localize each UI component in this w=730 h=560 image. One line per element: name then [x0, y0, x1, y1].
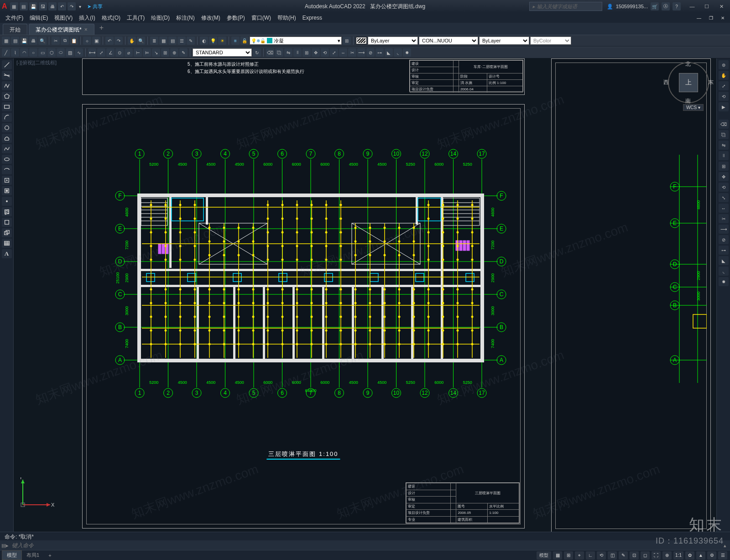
doc-restore-button[interactable]: ❐	[705, 14, 716, 22]
lt-insert-icon[interactable]	[2, 176, 12, 185]
tab-start[interactable]: 开始	[3, 24, 27, 35]
sb-grid-icon[interactable]: ▦	[553, 551, 562, 560]
maximize-button[interactable]: ☐	[700, 2, 714, 11]
dim-edit-icon[interactable]: ✎	[179, 48, 188, 57]
menu-tools[interactable]: 工具(T)	[124, 13, 147, 23]
tb-paste-icon[interactable]: 📋	[70, 37, 78, 45]
rm-rotate-icon[interactable]: ⟲	[719, 183, 729, 192]
dim-center-icon[interactable]: ⊕	[170, 48, 178, 57]
lt-line-icon[interactable]	[2, 60, 12, 69]
sb-osnap-icon[interactable]: ◫	[608, 551, 617, 560]
m-copy-icon[interactable]: ⿻	[275, 48, 283, 57]
lt-point-icon[interactable]	[2, 197, 12, 206]
lt-polygon-icon[interactable]	[2, 92, 12, 101]
dim-angular-icon[interactable]: ∠	[106, 48, 115, 57]
nav-wheel-icon[interactable]: ⊚	[719, 60, 729, 69]
viewcube-north[interactable]: 北	[685, 60, 691, 68]
m-join-icon[interactable]: ⊶	[375, 48, 384, 57]
nav-pan-icon[interactable]: ✋	[719, 71, 729, 80]
lt-mtext-icon[interactable]: A	[2, 249, 12, 258]
tb-redo-icon[interactable]: ↷	[115, 37, 123, 45]
m-chamfer-icon[interactable]: ◣	[385, 48, 393, 57]
rm-array-icon[interactable]: ⊞	[719, 162, 729, 171]
d-hatch-icon[interactable]: ▨	[66, 48, 74, 57]
menu-param[interactable]: 参数(P)	[224, 13, 248, 23]
rm-explode-icon[interactable]: ✹	[719, 277, 729, 286]
sb-snap-icon[interactable]: ⊞	[564, 551, 573, 560]
rm-offset-icon[interactable]: ⫴	[719, 151, 729, 160]
dim-radius-icon[interactable]: ⊙	[115, 48, 124, 57]
m-array-icon[interactable]: ⊞	[302, 48, 311, 57]
nav-showmotion-icon[interactable]: ▶	[719, 102, 729, 111]
menu-edit[interactable]: 编辑(E)	[27, 13, 51, 23]
cart-icon[interactable]: 🛒	[651, 2, 659, 10]
tb-match-icon[interactable]: ⟐	[83, 37, 91, 45]
rm-join-icon[interactable]: ⊶	[719, 246, 729, 255]
tb-copy-icon[interactable]: ⧉	[61, 37, 69, 45]
sb-annomon-icon[interactable]: ▲	[696, 551, 705, 560]
sb-otrack-icon[interactable]: ⊡	[630, 551, 639, 560]
sb-transparency-icon[interactable]: ⛶	[652, 551, 661, 560]
layout-add-button[interactable]: +	[44, 552, 56, 559]
lt-spline-icon[interactable]	[2, 144, 12, 153]
help-icon[interactable]: ?	[673, 2, 681, 10]
rm-erase-icon[interactable]: ⌫	[719, 120, 729, 129]
lt-arc-icon[interactable]	[2, 113, 12, 122]
doc-close-button[interactable]: ✕	[717, 14, 728, 22]
model-tab[interactable]: 模型	[2, 550, 22, 560]
rm-fillet-icon[interactable]: ◟	[719, 267, 729, 276]
lt-gradient-icon[interactable]	[2, 218, 12, 227]
tb-markup-icon[interactable]: ✎	[187, 37, 195, 45]
menu-dim[interactable]: 标注(N)	[173, 13, 198, 23]
qat-saveas-icon[interactable]: 🖫	[39, 2, 47, 10]
viewcube-west[interactable]: 西	[663, 79, 669, 86]
lt-xline-icon[interactable]	[2, 71, 12, 80]
help-search[interactable]: ▸ 输入关键字或短语	[529, 2, 602, 11]
dimstyle-selector[interactable]: STANDARD	[193, 48, 252, 57]
rm-move-icon[interactable]: ✥	[719, 172, 729, 181]
tb-save-icon[interactable]: 💾	[20, 37, 28, 45]
cmd-handle-icon[interactable]: ▤▸	[0, 543, 10, 549]
dim-base-icon[interactable]: ⊨	[143, 48, 151, 57]
sb-hardware-icon[interactable]: ⚙	[707, 551, 716, 560]
lt-rect-icon[interactable]	[2, 102, 12, 111]
d-arc-icon[interactable]: ◠	[20, 48, 28, 57]
menu-insert[interactable]: 插入(I)	[76, 13, 98, 23]
sb-customize-icon[interactable]: ☰	[718, 551, 727, 560]
tb-tool-palette-icon[interactable]: ▤	[168, 37, 177, 45]
tb-plot-preview-icon[interactable]: 🔍	[38, 37, 47, 45]
m-move-icon[interactable]: ✥	[312, 48, 320, 57]
m-offset-icon[interactable]: ⫴	[293, 48, 302, 57]
dim-dia-icon[interactable]: ⌀	[125, 48, 133, 57]
d-pline-icon[interactable]: ⌇	[11, 48, 19, 57]
tb-new-icon[interactable]: ▦	[2, 37, 10, 45]
qat-open-icon[interactable]: ▤	[20, 2, 28, 10]
tab-close-icon[interactable]: ×	[84, 26, 88, 33]
menu-view[interactable]: 视图(V)	[52, 13, 75, 23]
dim-aligned-icon[interactable]: ⤢	[97, 48, 105, 57]
menu-help[interactable]: 帮助(H)	[275, 13, 299, 23]
m-rotate-icon[interactable]: ⟲	[321, 48, 329, 57]
lt-ellipse-icon[interactable]	[2, 155, 12, 164]
m-extend-icon[interactable]: ⟶	[357, 48, 365, 57]
minimize-button[interactable]: —	[685, 2, 699, 11]
menu-file[interactable]: 文件(F)	[3, 13, 26, 23]
d-spline-icon[interactable]: ∿	[75, 48, 83, 57]
qat-print-icon[interactable]: 🖶	[48, 2, 57, 10]
d-ellipse-icon[interactable]: ⬭	[57, 48, 65, 57]
tab-drawing[interactable]: 某办公楼空调图纸*×	[29, 24, 94, 35]
tb-block-icon[interactable]: ▣	[92, 37, 100, 45]
layout-tab[interactable]: 布局1	[22, 551, 44, 560]
doc-minimize-button[interactable]: —	[694, 14, 704, 22]
command-input[interactable]	[10, 542, 720, 549]
tb-light-icon[interactable]: 💡	[209, 37, 217, 45]
sb-ortho-icon[interactable]: ∟	[586, 551, 595, 560]
layer-selector[interactable]: 💡❄🔓 冷凝▾	[250, 37, 342, 45]
m-scale-icon[interactable]: ⤢	[330, 48, 338, 57]
viewcube-east[interactable]: 东	[708, 79, 714, 86]
lt-ellipsearc-icon[interactable]	[2, 165, 12, 174]
lt-table-icon[interactable]	[2, 239, 12, 248]
tab-new-button[interactable]: +	[96, 24, 107, 35]
m-explode-icon[interactable]: ✹	[403, 48, 411, 57]
cmd-menu-icon[interactable]: ▴	[720, 543, 730, 549]
